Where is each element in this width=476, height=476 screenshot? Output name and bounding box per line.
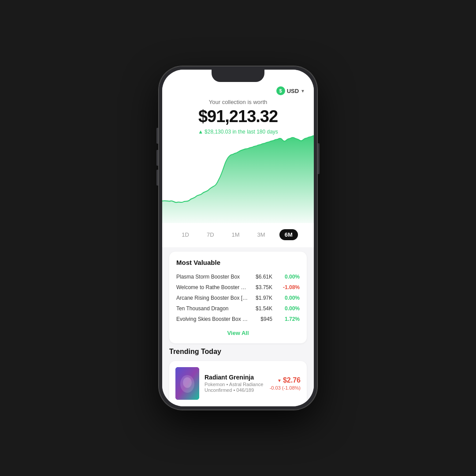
chart-svg [162, 135, 314, 223]
time-btn-1m[interactable]: 1M [228, 230, 243, 240]
currency-badge[interactable]: $ USD ▼ [276, 86, 305, 95]
item-change: 0.00% [278, 274, 300, 280]
item-value: $6.61K [248, 274, 272, 280]
collection-label: Your collection is worth [171, 99, 305, 105]
table-row[interactable]: Ten Thousand Dragon $1.54K 0.00% [176, 303, 300, 314]
time-selector: 1D 7D 1M 3M 6M [162, 223, 314, 247]
item-name: Arcane Rising Booster Box [1st Edition] [176, 295, 248, 301]
trending-section: Trending Today [169, 348, 307, 406]
most-valuable-section: Most Valuable Plasma Storm Booster Box $… [169, 252, 307, 343]
trending-title: Trending Today [169, 348, 307, 356]
view-all-button[interactable]: View All [176, 330, 300, 336]
item-name: Evolving Skies Booster Box Case [176, 316, 248, 322]
chevron-down-icon: ▼ [301, 89, 305, 93]
currency-label: USD [287, 88, 299, 94]
card-price-area: ▼ $2.76 -0.03 (-1.08%) [270, 376, 301, 390]
svg-point-2 [183, 377, 192, 388]
item-name: Welcome to Rathe Booster Box [1st ... [176, 284, 248, 290]
item-value: $3.75K [248, 284, 272, 290]
item-change: 1.72% [278, 316, 300, 322]
notch [212, 70, 264, 82]
time-btn-6m[interactable]: 6M [279, 229, 298, 240]
card-name: Radiant Greninja [205, 374, 264, 381]
change-text: $28,130.03 in the last 180 days [205, 129, 278, 135]
collection-value: $91,213.32 [171, 107, 305, 126]
item-value: $1.97K [248, 295, 272, 301]
currency-row: $ USD ▼ [171, 86, 305, 95]
trending-card[interactable]: Radiant Greninja Pokemon • Astral Radian… [169, 361, 307, 406]
card-price-change: -0.03 (-1.08%) [270, 385, 301, 390]
phone-frame: $ USD ▼ Your collection is worth $91,213… [159, 66, 317, 410]
phone-screen: $ USD ▼ Your collection is worth $91,213… [162, 70, 314, 406]
most-valuable-title: Most Valuable [176, 259, 300, 266]
item-change: 0.00% [278, 305, 300, 312]
table-row[interactable]: Arcane Rising Booster Box [1st Edition] … [176, 293, 300, 303]
card-image [175, 367, 199, 400]
item-value: $945 [248, 316, 272, 322]
price-down-icon: ▼ [277, 378, 282, 383]
item-change: 0.00% [278, 295, 300, 301]
time-btn-7d[interactable]: 7D [203, 230, 218, 240]
table-row[interactable]: Evolving Skies Booster Box Case $945 1.7… [176, 314, 300, 324]
card-price: ▼ $2.76 [270, 376, 301, 384]
item-change: -1.08% [278, 284, 300, 290]
time-btn-1d[interactable]: 1D [178, 230, 193, 240]
table-row[interactable]: Welcome to Rathe Booster Box [1st ... $3… [176, 282, 300, 293]
card-rarity: Unconfirmed • 046/189 [205, 387, 264, 393]
screen-content: $ USD ▼ Your collection is worth $91,213… [162, 70, 314, 406]
collection-change: ▲ $28,130.03 in the last 180 days [171, 129, 305, 135]
item-name: Ten Thousand Dragon [176, 305, 248, 312]
time-btn-3m[interactable]: 3M [254, 230, 269, 240]
item-value: $1.54K [248, 305, 272, 312]
card-thumbnail [175, 367, 199, 400]
up-arrow-icon: ▲ [198, 129, 203, 135]
dollar-icon: $ [276, 86, 285, 95]
card-info: Radiant Greninja Pokemon • Astral Radian… [205, 374, 264, 393]
chart-container [162, 135, 314, 223]
table-row[interactable]: Plasma Storm Booster Box $6.61K 0.00% [176, 271, 300, 282]
item-name: Plasma Storm Booster Box [176, 274, 248, 280]
card-game: Pokemon • Astral Radiance [205, 382, 264, 387]
